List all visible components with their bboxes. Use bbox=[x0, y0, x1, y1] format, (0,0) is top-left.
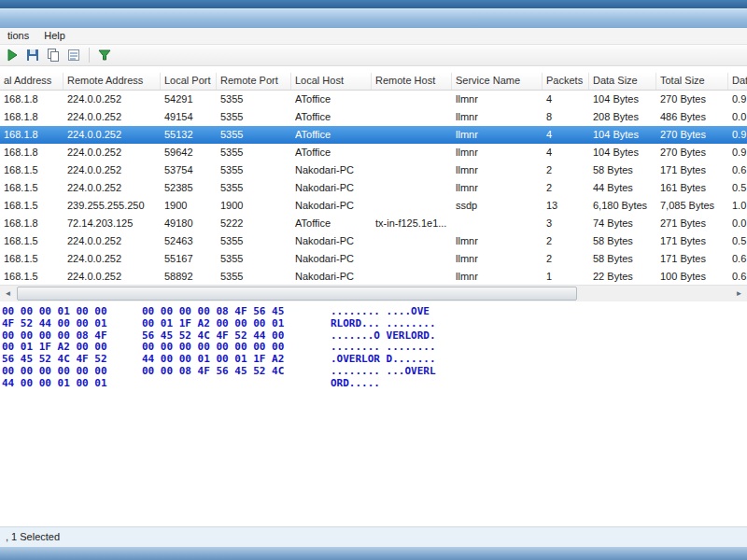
cell-data_speed: 0.9 K bbox=[728, 144, 747, 161]
column-header-local_host[interactable]: Local Host bbox=[291, 73, 372, 90]
cell-data_size: 104 Bytes bbox=[589, 91, 656, 108]
cell-data_speed: 1.0 K bbox=[728, 197, 747, 215]
cell-remote_host bbox=[372, 197, 452, 215]
cell-local_port: 49180 bbox=[161, 215, 217, 232]
table-row[interactable]: 168.1.8224.0.0.252542915355ATofficellmnr… bbox=[0, 91, 747, 108]
cell-local_host: Nakodari-PC bbox=[291, 250, 372, 268]
cell-local_address: 168.1.5 bbox=[0, 268, 63, 286]
hex-line: 44 00 00 01 00 01ORD..... bbox=[2, 378, 747, 390]
cell-data_speed: 0.5 K bbox=[728, 232, 747, 250]
cell-data_size: 104 Bytes bbox=[589, 144, 656, 161]
cell-local_host: Nakodari-PC bbox=[291, 232, 372, 250]
column-header-service_name[interactable]: Service Name bbox=[452, 73, 543, 90]
cell-remote_host bbox=[372, 232, 452, 250]
cell-remote_address: 224.0.0.252 bbox=[63, 250, 161, 268]
cell-remote_port: 5355 bbox=[217, 268, 291, 286]
cell-data_speed: 0.5 K bbox=[728, 179, 747, 197]
horizontal-scrollbar[interactable]: ◄ ► bbox=[0, 285, 747, 301]
cell-total_size: 171 Bytes bbox=[656, 250, 728, 268]
column-header-remote_host[interactable]: Remote Host bbox=[372, 73, 452, 90]
cell-data_size: 208 Bytes bbox=[589, 108, 656, 126]
cell-data_speed: 0.0 K bbox=[728, 215, 747, 232]
hex-view[interactable]: 00 00 00 01 00 0000 00 00 00 08 4F 56 45… bbox=[0, 301, 747, 409]
cell-remote_host: tx-in-f125.1e1... bbox=[372, 215, 452, 232]
menu-item-help[interactable]: Help bbox=[36, 28, 73, 44]
table-row[interactable]: 168.1.8224.0.0.252596425355ATofficellmnr… bbox=[0, 144, 747, 161]
column-header-remote_port[interactable]: Remote Port bbox=[217, 73, 291, 90]
table-row[interactable]: 168.1.5224.0.0.252588925355Nakodari-PCll… bbox=[0, 268, 747, 286]
cell-total_size: 7,085 Bytes bbox=[656, 197, 728, 215]
cell-local_port: 55132 bbox=[161, 126, 217, 144]
connections-table-body: 168.1.8224.0.0.252542915355ATofficellmnr… bbox=[0, 91, 747, 286]
cell-total_size: 100 Bytes bbox=[656, 268, 728, 286]
hex-bytes-b: 00 00 08 4F 56 45 52 4C bbox=[142, 366, 331, 378]
table-row[interactable]: 168.1.8224.0.0.252491545355ATofficellmnr… bbox=[0, 108, 747, 126]
window-bottom-border bbox=[0, 547, 747, 560]
cell-packets: 8 bbox=[543, 108, 589, 126]
table-row[interactable]: 168.1.5224.0.0.252523855355Nakodari-PCll… bbox=[0, 179, 747, 197]
table-row[interactable]: 168.1.872.14.203.125491805222ATofficetx-… bbox=[0, 215, 747, 232]
column-header-data_speed[interactable]: Data S bbox=[728, 73, 747, 90]
cell-remote_port: 5355 bbox=[217, 126, 291, 144]
cell-local_host: AToffice bbox=[291, 91, 372, 108]
hex-ascii: ORD..... bbox=[331, 377, 380, 389]
table-row[interactable]: 168.1.5224.0.0.252551675355Nakodari-PCll… bbox=[0, 250, 747, 268]
column-header-remote_address[interactable]: Remote Address bbox=[63, 73, 161, 90]
properties-icon[interactable] bbox=[63, 46, 84, 64]
save-icon[interactable] bbox=[22, 46, 43, 64]
cell-data_size: 58 Bytes bbox=[589, 161, 656, 179]
hex-ascii: ........ ...OVERL bbox=[331, 365, 436, 377]
cell-remote_port: 5355 bbox=[217, 161, 291, 179]
connections-table: al AddressRemote AddressLocal PortRemote… bbox=[0, 73, 747, 286]
cell-data_speed: 0.6 K bbox=[728, 268, 747, 286]
cell-data_size: 44 Bytes bbox=[589, 179, 656, 197]
toolbar-separator bbox=[89, 48, 90, 63]
table-row[interactable]: 168.1.5224.0.0.252524635355Nakodari-PCll… bbox=[0, 232, 747, 250]
table-row[interactable]: 168.1.8224.0.0.252551325355ATofficellmnr… bbox=[0, 126, 747, 144]
cell-remote_address: 224.0.0.252 bbox=[63, 179, 161, 197]
cell-packets: 2 bbox=[543, 250, 589, 268]
menu-bar: tionsHelp bbox=[0, 28, 747, 45]
cell-total_size: 171 Bytes bbox=[656, 232, 728, 250]
cell-total_size: 486 Bytes bbox=[656, 108, 728, 126]
cell-remote_host bbox=[372, 126, 452, 144]
window-titlebar[interactable] bbox=[0, 8, 747, 29]
cell-remote_port: 5355 bbox=[217, 144, 291, 161]
scrollbar-thumb[interactable] bbox=[17, 287, 577, 301]
table-header-row: al AddressRemote AddressLocal PortRemote… bbox=[0, 73, 747, 91]
column-header-local_address[interactable]: al Address bbox=[0, 73, 63, 90]
cell-local_address: 168.1.8 bbox=[0, 108, 63, 126]
hex-ascii: .OVERLOR D....... bbox=[331, 353, 436, 365]
copy-icon[interactable] bbox=[43, 46, 63, 64]
capture-icon[interactable] bbox=[2, 46, 22, 64]
column-header-data_size[interactable]: Data Size bbox=[589, 73, 656, 90]
cell-remote_address: 239.255.255.250 bbox=[63, 197, 161, 215]
column-header-packets[interactable]: Packets bbox=[543, 73, 589, 90]
scroll-right-arrow-icon[interactable]: ► bbox=[731, 286, 747, 301]
hex-ascii: ........ ........ bbox=[331, 341, 436, 353]
cell-total_size: 171 Bytes bbox=[656, 161, 728, 179]
column-header-total_size[interactable]: Total Size bbox=[656, 73, 728, 90]
column-header-local_port[interactable]: Local Port bbox=[161, 73, 217, 90]
status-bar: , 1 Selected bbox=[0, 526, 747, 548]
cell-local_address: 168.1.5 bbox=[0, 232, 63, 250]
cell-remote_host bbox=[372, 91, 452, 108]
cell-total_size: 270 Bytes bbox=[656, 126, 728, 144]
cell-data_speed: 0.9 K bbox=[728, 91, 747, 108]
cell-local_address: 168.1.8 bbox=[0, 126, 63, 144]
cell-local_port: 52385 bbox=[161, 179, 217, 197]
cell-remote_host bbox=[372, 179, 452, 197]
hex-bytes-a: 44 00 00 01 00 01 bbox=[2, 378, 142, 390]
table-row[interactable]: 168.1.5239.255.255.25019001900Nakodari-P… bbox=[0, 197, 747, 215]
filter-icon[interactable] bbox=[94, 46, 115, 64]
cell-data_speed: 0.6 K bbox=[728, 161, 747, 179]
table-row[interactable]: 168.1.5224.0.0.252537545355Nakodari-PCll… bbox=[0, 161, 747, 179]
cell-local_port: 1900 bbox=[161, 197, 217, 215]
menu-item-tions[interactable]: tions bbox=[0, 28, 36, 44]
app-window: tionsHelp al AddressRemote AddressLocal … bbox=[0, 0, 747, 560]
scroll-left-arrow-icon[interactable]: ◄ bbox=[0, 286, 16, 301]
cell-remote_port: 5355 bbox=[217, 91, 291, 108]
cell-packets: 13 bbox=[543, 197, 589, 215]
cell-local_port: 54291 bbox=[161, 91, 217, 108]
cell-local_port: 53754 bbox=[161, 161, 217, 179]
